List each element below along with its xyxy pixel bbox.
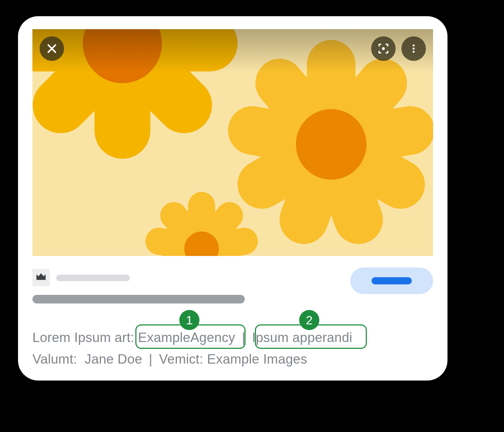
svg-point-2 [382,47,385,50]
creator-label: Valumt: [32,352,77,366]
credit-agency: ExampleAgency [138,330,235,345]
credit-line-2: Valumt: Jane Doe | Vemict: Example Image… [32,351,307,368]
close-icon [46,42,58,55]
svg-point-3 [413,45,415,47]
credit-extra: Ipsum apperandi [252,330,352,345]
source-favicon [32,269,50,286]
result-image[interactable] [32,29,433,256]
image-result-card: 1 2 Lorem Ipsum art: ExampleAgency | Ips… [18,16,447,381]
lens-icon [377,42,390,55]
copyright-label: Vemict: [159,352,203,366]
lens-button[interactable] [371,36,396,61]
callout-badge-1: 1 [179,310,199,330]
more-button[interactable] [401,36,426,61]
close-button[interactable] [40,36,64,61]
separator: | [242,330,246,345]
credit-line-1: Lorem Ipsum art: ExampleAgency | Ipsum a… [32,329,352,346]
action-chip[interactable] [350,267,433,294]
action-chip-label-placeholder [372,277,412,284]
title-placeholder [32,295,245,303]
creator-name: Jane Doe [85,352,142,366]
svg-point-5 [413,51,415,53]
more-vert-icon [408,43,419,54]
separator: | [149,352,153,366]
crown-icon [35,271,47,284]
copyright-holder: Example Images [207,352,307,366]
credit-label: Lorem Ipsum art: [32,330,134,345]
callout-badge-2: 2 [299,310,319,330]
svg-point-4 [413,48,415,50]
source-name-placeholder [56,275,130,281]
